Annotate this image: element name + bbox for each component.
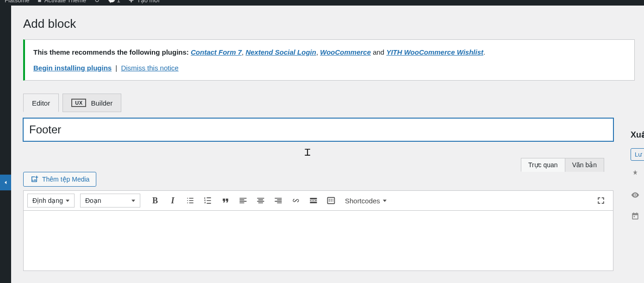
quote-button[interactable]	[217, 193, 234, 208]
begin-installing-plugins-link[interactable]: Begin installing plugins	[33, 64, 112, 72]
comments-count: 1	[117, 0, 120, 4]
chevron-down-icon	[131, 200, 135, 202]
notice-text: This theme recommends the following plug…	[33, 46, 626, 58]
main-content: Add block This theme recommends the foll…	[11, 6, 644, 283]
align-right-button[interactable]	[270, 193, 287, 208]
editor-wrap: Thêm tệp Media Trực quan Văn bản Định dạ…	[23, 172, 635, 271]
paragraph-label: Đoạn	[85, 197, 101, 204]
tab-ux-builder[interactable]: UX Builder	[63, 94, 121, 112]
tab-text[interactable]: Văn bản	[565, 158, 604, 172]
visibility-pin-icon[interactable]	[631, 169, 644, 180]
plugin-link-nextend-social-login[interactable]: Nextend Social Login	[245, 48, 316, 56]
chevron-down-icon	[383, 200, 387, 202]
toolbar-toggle-button[interactable]	[323, 193, 339, 208]
page-title: Add block	[23, 6, 635, 39]
chevron-down-icon	[66, 200, 69, 202]
admin-bar-new[interactable]: ✚ Tạo mới	[129, 0, 160, 4]
shortcodes-dropdown[interactable]: Shortcodes	[345, 197, 387, 205]
bold-button[interactable]: B	[147, 193, 163, 208]
dismiss-notice-link[interactable]: Dismiss this notice	[121, 64, 178, 72]
content-editor-tabs: Trực quan Văn bản	[521, 158, 604, 172]
title-field-wrap	[23, 118, 635, 141]
ux-badge: UX	[71, 99, 86, 107]
notice-lead: This theme recommends the following plug…	[33, 48, 191, 56]
link-button[interactable]	[288, 193, 304, 208]
bullet-list-button[interactable]	[182, 193, 199, 208]
title-input[interactable]	[23, 118, 613, 141]
format-dropdown[interactable]: Định dạng	[27, 194, 75, 208]
content-editor-body[interactable]	[23, 211, 613, 271]
align-center-button[interactable]	[252, 193, 269, 208]
tinymce-toolbar: Định dạng Đoạn B I	[23, 190, 613, 211]
plugin-link-yith-wishlist[interactable]: YITH WooCommerce Wishlist	[386, 48, 483, 56]
admin-bar-site[interactable]: Flatsome	[5, 0, 29, 4]
editor-mode-tabs: Editor UX Builder	[23, 94, 635, 112]
calendar-icon[interactable]	[631, 212, 644, 223]
fullscreen-button[interactable]	[593, 193, 609, 208]
shortcodes-label: Shortcodes	[345, 197, 380, 205]
collapse-menu-button[interactable]	[0, 175, 11, 190]
tab-builder-label: Builder	[91, 99, 113, 107]
notice-actions: Begin installing plugins | Dismiss this …	[33, 62, 626, 74]
admin-bar-activate-theme[interactable]: ■ Activate Theme	[38, 0, 86, 4]
italic-button[interactable]: I	[164, 193, 181, 208]
sidebar-heading: Xuấ	[625, 125, 644, 148]
format-label: Định dạng	[32, 197, 63, 204]
add-media-button[interactable]: Thêm tệp Media	[23, 172, 96, 187]
tab-editor[interactable]: Editor	[23, 94, 59, 112]
admin-sidebar-collapsed	[0, 6, 11, 283]
publish-sidebar: Xuấ Lư	[625, 125, 644, 233]
tab-visual[interactable]: Trực quan	[521, 158, 565, 172]
eye-icon[interactable]	[631, 190, 644, 201]
refresh-icon[interactable]: ↻	[94, 0, 100, 4]
add-media-label: Thêm tệp Media	[42, 176, 89, 183]
admin-bar: Flatsome ■ Activate Theme ↻ 💬 1 ✚ Tạo mớ…	[0, 0, 644, 6]
admin-bar-new-label: Tạo mới	[137, 0, 160, 4]
numbered-list-button[interactable]	[200, 193, 216, 208]
comments-icon[interactable]: 💬 1	[108, 0, 120, 4]
plugin-link-contact-form-7[interactable]: Contact Form 7	[191, 48, 242, 56]
plugin-recommendation-notice: This theme recommends the following plug…	[23, 39, 635, 81]
plugin-link-woocommerce[interactable]: WooCommerce	[320, 48, 371, 56]
admin-bar-activate-label: Activate Theme	[44, 0, 86, 4]
media-icon	[30, 175, 38, 183]
read-more-button[interactable]	[305, 193, 322, 208]
save-draft-button[interactable]: Lư	[631, 148, 644, 161]
paragraph-dropdown[interactable]: Đoạn	[80, 194, 140, 208]
align-left-button[interactable]	[235, 193, 251, 208]
